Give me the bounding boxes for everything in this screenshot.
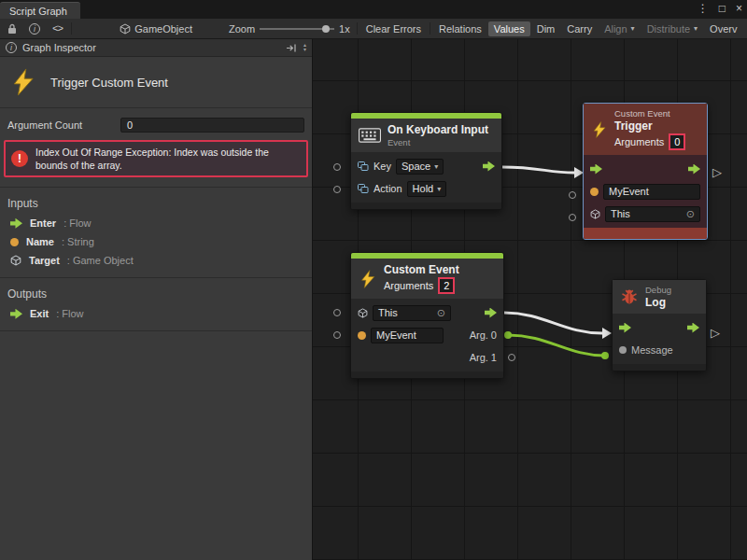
toolbar-separator bbox=[71, 22, 72, 35]
overview-button[interactable]: Overv bbox=[704, 21, 742, 36]
flow-port-row bbox=[613, 316, 706, 339]
gameobject-port-icon[interactable] bbox=[358, 308, 368, 318]
node-title: Trigger bbox=[614, 119, 685, 133]
argument-count-input[interactable]: 0 bbox=[120, 118, 304, 133]
arguments-count-error-value[interactable]: 2 bbox=[438, 277, 455, 294]
window-controls: ⋮ □ × bbox=[698, 1, 742, 16]
flow-output-port[interactable] bbox=[483, 161, 495, 172]
bug-icon bbox=[620, 287, 639, 306]
port-ring-trigger-target[interactable] bbox=[569, 214, 576, 221]
gameobject-port-icon[interactable] bbox=[590, 209, 600, 219]
event-name-input[interactable]: MyEvent bbox=[371, 328, 444, 343]
custom-event-bolt-icon bbox=[9, 67, 37, 97]
message-row: Message bbox=[613, 339, 706, 361]
port-ring-trigger-name[interactable] bbox=[569, 191, 576, 199]
inspect-button[interactable]: i bbox=[23, 21, 46, 36]
node-header[interactable]: Debug Log bbox=[613, 280, 706, 314]
align-dropdown[interactable]: Align ▾ bbox=[599, 21, 640, 36]
zoom-slider-knob[interactable] bbox=[322, 25, 330, 33]
wire-customevent-to-log[interactable] bbox=[504, 313, 602, 333]
kebab-menu-icon[interactable]: ⋮ bbox=[698, 1, 709, 16]
chevron-down-icon: ▾ bbox=[434, 162, 438, 171]
edit-script-button[interactable]: <> bbox=[47, 21, 68, 36]
maximize-icon[interactable]: □ bbox=[719, 1, 726, 16]
flow-input-port[interactable] bbox=[619, 323, 631, 333]
wire-arg0-to-message[interactable] bbox=[508, 335, 605, 356]
relations-button[interactable]: Relations bbox=[433, 21, 487, 36]
action-dropdown[interactable]: Hold ▾ bbox=[407, 181, 447, 197]
string-port[interactable] bbox=[358, 331, 366, 340]
node-header[interactable]: On Keyboard Input Event bbox=[351, 119, 501, 152]
error-message-box: ! Index Out Of Range Exception: Index wa… bbox=[4, 140, 308, 177]
event-name-input[interactable]: MyEvent bbox=[603, 184, 700, 200]
distribute-dropdown[interactable]: Distribute ▾ bbox=[641, 21, 703, 36]
port-type: : String bbox=[62, 236, 94, 247]
port-ring-action[interactable] bbox=[333, 186, 341, 193]
port-ring-customevent-target[interactable] bbox=[333, 309, 341, 316]
info-icon: i bbox=[6, 42, 17, 53]
carry-button[interactable]: Carry bbox=[561, 21, 598, 36]
keyboard-icon bbox=[359, 128, 381, 143]
message-port[interactable] bbox=[619, 346, 627, 354]
node-body: Key Space ▾ Action Hold ▾ bbox=[351, 152, 501, 203]
node-debug-log[interactable]: Debug Log Message bbox=[612, 279, 707, 371]
key-label: Key bbox=[374, 161, 391, 172]
chevron-down-icon: ▾ bbox=[694, 24, 698, 33]
node-category: Debug bbox=[645, 285, 671, 295]
port-ring-arg1[interactable] bbox=[508, 354, 515, 361]
key-dropdown[interactable]: Space ▾ bbox=[396, 159, 444, 175]
dim-button[interactable]: Dim bbox=[531, 21, 561, 36]
node-header[interactable]: Custom Event Trigger Arguments 0 bbox=[584, 104, 707, 155]
node-footer bbox=[613, 364, 706, 371]
arguments-label: Arguments bbox=[384, 280, 433, 291]
input-port-row: Name : String bbox=[0, 232, 312, 251]
close-icon[interactable]: × bbox=[736, 1, 742, 16]
scroll-down-icon[interactable]: ▾ bbox=[303, 48, 306, 52]
port-ring-key[interactable] bbox=[333, 163, 341, 171]
unit-settings-section: Argument Count 0 ! Index Out Of Range Ex… bbox=[0, 108, 312, 188]
panel-scroll-stepper[interactable]: ▴ ▾ bbox=[303, 43, 306, 52]
event-name-row: MyEvent Arg. 0 bbox=[351, 324, 503, 346]
graph-canvas[interactable]: On Keyboard Input Event Key Space ▾ bbox=[313, 39, 747, 560]
target-object-picker[interactable]: This ⊙ bbox=[373, 305, 451, 321]
arguments-count-error-value[interactable]: 0 bbox=[669, 133, 685, 150]
flow-output-port[interactable] bbox=[687, 323, 699, 333]
dock-icon[interactable] bbox=[286, 43, 298, 53]
object-picker-icon[interactable]: ⊙ bbox=[437, 307, 445, 319]
node-error-footer bbox=[584, 228, 707, 239]
zoom-slider[interactable] bbox=[260, 23, 334, 35]
node-body: MyEvent This ⊙ bbox=[584, 155, 707, 228]
clear-errors-button[interactable]: Clear Errors bbox=[360, 21, 427, 36]
wire-keyboard-to-trigger[interactable] bbox=[502, 167, 574, 173]
node-title: Custom Event bbox=[384, 263, 459, 276]
flow-output-port[interactable] bbox=[688, 164, 700, 175]
chevron-down-icon: ▾ bbox=[631, 24, 635, 33]
flow-output-port[interactable] bbox=[485, 308, 497, 318]
values-button[interactable]: Values bbox=[488, 21, 530, 36]
node-header[interactable]: Custom Event Arguments 2 bbox=[351, 259, 503, 299]
gameobject-label: GameObject bbox=[134, 23, 192, 35]
object-picker-icon[interactable]: ⊙ bbox=[686, 208, 695, 220]
target-value: This bbox=[611, 208, 630, 219]
target-object-picker[interactable]: This ⊙ bbox=[605, 206, 700, 222]
flow-input-port[interactable] bbox=[590, 164, 602, 175]
graph-inspector-title: Graph Inspector bbox=[22, 42, 96, 53]
tab-script-graph[interactable]: Script Graph bbox=[0, 2, 80, 19]
gameobject-target[interactable]: GameObject bbox=[114, 21, 198, 36]
play-indicator-icon: ▷ bbox=[712, 166, 722, 179]
distribute-label: Distribute bbox=[647, 23, 690, 35]
node-trigger-custom-event[interactable]: Custom Event Trigger Arguments 0 bbox=[583, 103, 708, 240]
tab-bar: Script Graph ⋮ □ × bbox=[0, 0, 747, 19]
inputs-heading: Inputs bbox=[0, 191, 312, 214]
node-custom-event[interactable]: Custom Event Arguments 2 This ⊙ bbox=[350, 252, 504, 379]
node-on-keyboard-input[interactable]: On Keyboard Input Event Key Space ▾ bbox=[350, 112, 502, 210]
lock-button[interactable] bbox=[2, 21, 22, 36]
string-port[interactable] bbox=[590, 188, 599, 196]
port-type: : Flow bbox=[56, 308, 83, 319]
toolbar-separator bbox=[357, 22, 358, 35]
node-title: On Keyboard Input bbox=[388, 123, 488, 136]
custom-event-bolt-icon bbox=[359, 269, 377, 289]
flow-arrow-icon bbox=[10, 218, 22, 229]
wire-endpoint-dot bbox=[504, 331, 512, 339]
port-ring-customevent-name[interactable] bbox=[333, 331, 341, 339]
